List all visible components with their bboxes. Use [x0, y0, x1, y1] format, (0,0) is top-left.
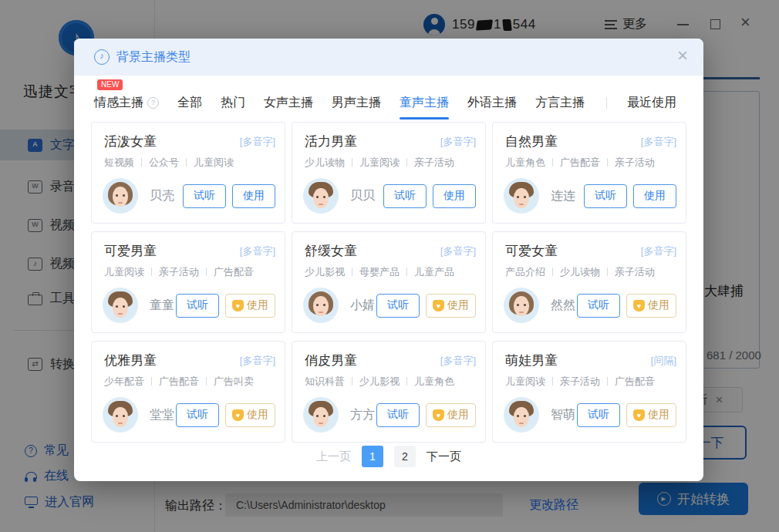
boy-avatar: [303, 178, 339, 214]
voice-badge: [多音字]: [240, 135, 275, 149]
vip-heart-icon: ♥: [232, 409, 244, 421]
voice-tags: 儿童阅读亲子活动广告配音: [505, 375, 655, 389]
page-2-button[interactable]: 2: [394, 446, 416, 467]
voice-badge: [间隔]: [651, 354, 676, 368]
boy-avatar: [103, 288, 138, 323]
vip-heart-icon: ♥: [633, 409, 645, 421]
listen-button[interactable]: 试听: [176, 403, 219, 427]
listen-button[interactable]: 试听: [183, 184, 226, 208]
vip-heart-icon: ♥: [232, 300, 244, 311]
voice-card: 优雅男童 [多音字] 少年配音广告配音广告叫卖 堂堂 试听 ♥使用: [91, 341, 285, 443]
voice-card: 可爱男童 [多音字] 儿童阅读亲子活动广告配音 童童 试听 ♥使用: [91, 231, 285, 333]
tab-female[interactable]: 女声主播: [264, 95, 313, 111]
voice-title: 俏皮男童: [305, 352, 357, 369]
use-button-vip[interactable]: ♥使用: [426, 403, 476, 427]
vip-heart-icon: ♥: [433, 409, 444, 421]
voice-name: 连连: [551, 188, 584, 204]
voice-picker-dialog: 背景主播类型 × NEW 情感主播 全部 热门 女声主播 男声主播 童声主播 外…: [74, 39, 703, 481]
use-button-vip[interactable]: ♥使用: [225, 403, 275, 427]
new-badge: NEW: [97, 79, 123, 90]
voice-badge: [多音字]: [641, 135, 676, 149]
music-note-icon: [94, 49, 110, 65]
voice-title: 萌娃男童: [505, 352, 558, 369]
voice-card: 活泼女童 [多音字] 短视频公众号儿童阅读 贝壳 试听 使用: [91, 122, 285, 224]
voice-tags: 儿童阅读亲子活动广告配音: [104, 265, 254, 279]
voice-card: 自然男童 [多音字] 儿童角色广告配音亲子活动 连连 试听 使用: [492, 122, 686, 224]
use-button-vip[interactable]: ♥使用: [225, 294, 275, 318]
voice-card: 俏皮男童 [多音字] 知识科普少儿影视儿童角色 方方 试听 ♥使用: [292, 341, 486, 443]
vip-heart-icon: ♥: [433, 300, 444, 311]
voice-card: 可爱女童 [多音字] 产品介绍少儿读物亲子活动 然然 试听 ♥使用: [492, 231, 686, 333]
voice-tags: 产品介绍少儿读物亲子活动: [505, 265, 655, 279]
voice-tags: 少年配音广告配音广告叫卖: [104, 375, 254, 389]
voice-name: 贝壳: [150, 188, 183, 204]
girl-avatar: [504, 288, 539, 323]
voice-badge: [多音字]: [440, 244, 476, 258]
voice-tags: 少儿读物儿童阅读亲子活动: [305, 156, 454, 170]
prev-page-button[interactable]: 上一页: [316, 450, 351, 464]
boy-avatar: [103, 397, 138, 433]
voice-name: 堂堂: [150, 407, 176, 423]
voice-tags: 知识科普少儿影视儿童角色: [305, 375, 454, 389]
help-icon[interactable]: [147, 97, 159, 109]
voice-title: 自然男童: [505, 133, 558, 150]
voice-card: 舒缓女童 [多音字] 少儿影视母婴产品儿童产品 小婧 试听 ♥使用: [292, 231, 486, 333]
voice-name: 童童: [150, 298, 176, 314]
use-button[interactable]: 使用: [633, 184, 676, 208]
tab-hot[interactable]: 热门: [221, 95, 245, 111]
tab-male[interactable]: 男声主播: [332, 95, 381, 111]
page-1-button[interactable]: 1: [362, 446, 383, 467]
dialog-close-button[interactable]: ×: [677, 46, 688, 65]
tab-foreign[interactable]: 外语主播: [467, 95, 517, 111]
voice-title: 可爱女童: [505, 242, 558, 260]
pagination: 上一页 1 2 下一页: [74, 446, 703, 467]
voice-title: 舒缓女童: [305, 242, 357, 260]
listen-button[interactable]: 试听: [577, 294, 620, 318]
voice-name: 小婧: [350, 298, 376, 314]
tab-child[interactable]: 童声主播: [400, 95, 449, 111]
tab-recent[interactable]: 最近使用: [627, 95, 676, 111]
voice-title: 优雅男童: [104, 352, 157, 369]
listen-button[interactable]: 试听: [376, 294, 420, 318]
girl-avatar: [303, 288, 339, 323]
use-button[interactable]: 使用: [433, 184, 476, 208]
voice-title: 活力男童: [305, 133, 357, 150]
voice-title: 可爱男童: [104, 242, 157, 260]
use-button-vip[interactable]: ♥使用: [626, 294, 676, 318]
dialog-header: 背景主播类型 ×: [74, 39, 703, 76]
use-button-vip[interactable]: ♥使用: [626, 403, 676, 427]
boy-avatar: [504, 178, 539, 214]
listen-button[interactable]: 试听: [176, 294, 219, 318]
listen-button[interactable]: 试听: [584, 184, 627, 208]
voice-tags: 短视频公众号儿童阅读: [104, 156, 234, 170]
next-page-button[interactable]: 下一页: [427, 450, 461, 464]
tab-emotion[interactable]: 情感主播: [94, 95, 159, 111]
voice-card: 活力男童 [多音字] 少儿读物儿童阅读亲子活动 贝贝 试听 使用: [292, 122, 486, 224]
listen-button[interactable]: 试听: [383, 184, 427, 208]
voice-name: 贝贝: [350, 188, 383, 204]
girl-avatar: [103, 178, 138, 214]
vip-heart-icon: ♥: [633, 300, 645, 311]
boy-avatar: [303, 397, 339, 433]
listen-button[interactable]: 试听: [376, 403, 420, 427]
tab-separator: [606, 97, 607, 109]
voice-card: 萌娃男童 [间隔] 儿童阅读亲子活动广告配音 智萌 试听 ♥使用: [492, 341, 686, 443]
listen-button[interactable]: 试听: [577, 403, 620, 427]
voice-name: 方方: [350, 407, 376, 423]
voice-badge: [多音字]: [440, 135, 476, 149]
voice-category-tabs: NEW 情感主播 全部 热门 女声主播 男声主播 童声主播 外语主播 方言主播 …: [74, 76, 703, 120]
voice-badge: [多音字]: [240, 244, 275, 258]
use-button-vip[interactable]: ♥使用: [426, 294, 476, 318]
tab-dialect[interactable]: 方言主播: [535, 95, 585, 111]
voice-badge: [多音字]: [641, 244, 676, 258]
voice-title: 活泼女童: [104, 133, 157, 150]
voice-name: 然然: [551, 298, 577, 314]
voice-tags: 儿童角色广告配音亲子活动: [505, 156, 655, 170]
use-button[interactable]: 使用: [232, 184, 275, 208]
dialog-title: 背景主播类型: [116, 49, 191, 66]
voice-name: 智萌: [551, 407, 577, 423]
tab-all[interactable]: 全部: [177, 95, 202, 111]
voice-badge: [多音字]: [240, 354, 275, 368]
voice-badge: [多音字]: [440, 354, 476, 368]
voice-card-grid: 活泼女童 [多音字] 短视频公众号儿童阅读 贝壳 试听 使用 活力男童 [多音字…: [91, 122, 686, 443]
